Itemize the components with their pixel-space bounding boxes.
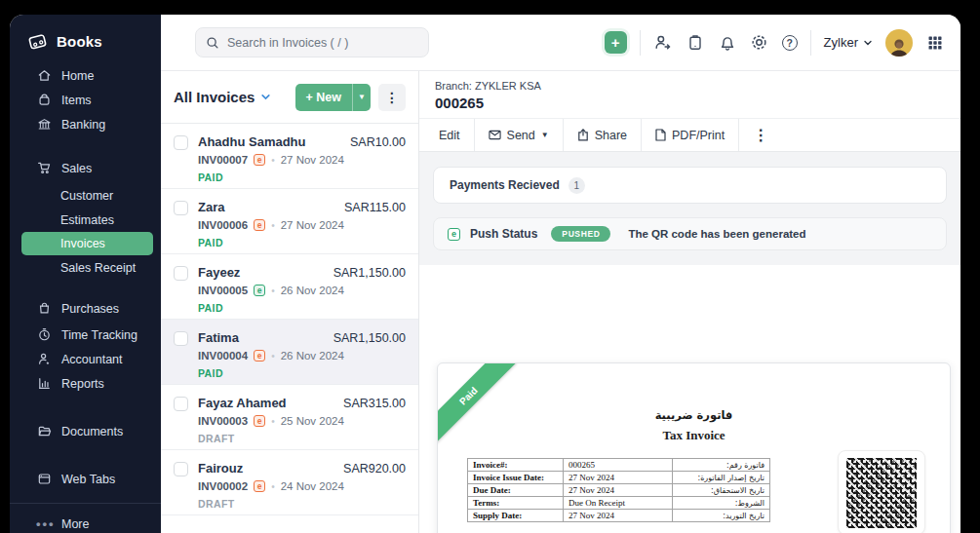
sidebar-item-label: Accountant [61,353,123,366]
items-icon [36,93,52,108]
meta-value: 27 Nov 2024 [564,472,673,484]
dot-separator: • [271,220,275,231]
sidebar-item-accountant[interactable]: Accountant [10,347,161,371]
detail-more-button[interactable]: ⋮ [739,119,782,151]
sidebar-item-label: Sales Receipt [60,261,136,275]
user-avatar[interactable] [885,29,913,57]
sidebar-item-more[interactable]: ••• More [10,512,161,533]
pdf-print-button[interactable]: PDF/Print [642,119,738,151]
list-title: All Invoices [174,89,255,105]
send-label: Send [507,129,535,142]
share-button[interactable]: Share [564,119,641,151]
table-row: Invoice#: 000265 فاتورة رقم: [468,459,770,472]
chevron-down-icon [863,38,873,48]
search-icon [206,36,219,50]
row-checkbox[interactable] [174,201,188,215]
app-logo[interactable]: Books [10,15,161,52]
folder-icon [36,424,52,439]
sidebar-item-home[interactable]: Home [10,63,161,88]
payments-received-label: Payments Recieved [450,178,560,192]
invoice-date: 27 Nov 2024 [281,154,344,166]
accountant-icon [36,352,52,367]
invoice-date: 24 Nov 2024 [281,480,344,492]
chevron-down-icon [260,92,271,102]
top-bar: + ? Zylker [161,15,960,71]
pdf-print-label: PDF/Print [672,129,725,142]
app-logo-text: Books [57,33,102,50]
einvoice-icon: e [254,415,265,427]
status-badge: DRAFT [198,433,406,444]
list-more-button[interactable]: ⋮ [378,84,406,111]
sidebar-item-sales[interactable]: Sales [10,156,161,180]
edit-label: Edit [439,129,460,142]
send-button[interactable]: Send▼ [475,119,563,151]
sidebar-item-banking[interactable]: Banking [10,112,161,136]
notifications-icon[interactable] [718,33,737,53]
invoice-amount: SAR920.00 [343,462,406,476]
sidebar-item-estimates[interactable]: Estimates [10,208,161,232]
invoice-row-selected[interactable]: FatimaSAR1,150.00 INV00004e•26 Nov 2024 … [161,320,418,385]
quick-create-button[interactable]: + [605,31,627,54]
share-icon [577,129,589,141]
refer-users-icon[interactable] [653,33,673,53]
branch-label: Branch: ZYKLER KSA [435,80,945,92]
row-checkbox[interactable] [174,135,188,150]
payments-count-badge: 1 [568,177,585,194]
browser-icon [36,472,52,487]
sidebar-item-label: Documents [61,425,123,438]
invoice-row[interactable]: FairouzSAR920.00 INV00002e•24 Nov 2024 D… [161,450,418,515]
search-box[interactable] [195,27,429,57]
home-icon [36,68,52,84]
list-title-dropdown[interactable]: All Invoices [174,89,271,105]
sidebar-item-sales-receipt[interactable]: Sales Receipt [10,255,161,280]
sidebar-item-invoices[interactable]: Invoices [21,232,153,255]
table-row: Invoice Issue Date: 27 Nov 2024 تاريخ إص… [468,472,770,484]
row-checkbox[interactable] [174,331,188,346]
row-checkbox[interactable] [174,397,188,411]
sidebar-item-time-tracking[interactable]: Time Tracking [10,323,161,347]
announcements-icon[interactable] [686,33,705,53]
push-status-section: e Push Status PUSHED The QR code has bee… [433,217,947,250]
meta-value: 000265 [564,459,673,472]
sidebar-item-customer[interactable]: Customer [10,183,161,208]
payments-received-section[interactable]: Payments Recieved 1 [433,167,947,204]
invoice-row[interactable]: Ahadhu SamadhuSAR10.00 INV00007e•27 Nov … [161,124,418,189]
sidebar-item-items[interactable]: Items [10,88,161,112]
invoice-row[interactable]: Fayaz AhamedSAR315.00 INV00003e•25 Nov 2… [161,385,418,450]
qr-code-box [838,450,925,533]
einvoice-icon: e [448,228,460,241]
new-invoice-label[interactable]: + New [295,84,352,111]
invoice-amount: SAR1,150.00 [333,266,406,280]
invoice-number: INV00003 [198,415,248,427]
settings-icon[interactable] [750,33,769,53]
invoice-list-panel: All Invoices + New ▼ ⋮ [161,71,419,533]
org-name: Zylker [824,35,858,50]
new-invoice-button[interactable]: + New ▼ [295,84,371,111]
invoice-rows: Ahadhu SamadhuSAR10.00 INV00007e•27 Nov … [161,124,418,533]
help-icon[interactable]: ? [782,35,798,51]
caret-down-icon: ▼ [541,131,549,139]
invoice-row[interactable]: FayeezSAR1,150.00 INV00005e•26 Nov 2024 … [161,254,418,320]
sidebar-item-web-tabs[interactable]: Web Tabs [10,467,161,491]
row-checkbox[interactable] [174,462,188,476]
new-invoice-caret[interactable]: ▼ [352,84,371,111]
status-badge: PAID [198,302,406,314]
sidebar-item-reports[interactable]: Reports [10,371,161,396]
detail-mid-section: Payments Recieved 1 e Push Status PUSHED… [419,152,960,265]
invoice-number: INV00006 [198,219,248,231]
sidebar-item-documents[interactable]: Documents [10,419,161,443]
sidebar-item-label: Sales [61,162,92,175]
document-title: Tax Invoice [438,428,950,443]
invoice-row[interactable]: ZaraSAR115.00 INV00006e•27 Nov 2024 PAID [161,189,418,254]
sidebar-item-purchases[interactable]: Purchases [10,296,161,321]
apps-grid-icon[interactable] [925,33,945,53]
row-checkbox[interactable] [174,266,188,281]
einvoice-icon: e [254,219,265,231]
edit-button[interactable]: Edit [425,119,474,151]
org-switcher[interactable]: Zylker [824,35,873,50]
table-row: Terms: Due On Receipt الشروط: [468,497,770,510]
invoice-date: 26 Nov 2024 [281,285,344,296]
table-row: Supply Date: 27 Nov 2024 تاريخ التوريد: [468,510,770,522]
customer-name: Ahadhu Samadhu [198,134,306,149]
search-input[interactable] [227,36,418,50]
